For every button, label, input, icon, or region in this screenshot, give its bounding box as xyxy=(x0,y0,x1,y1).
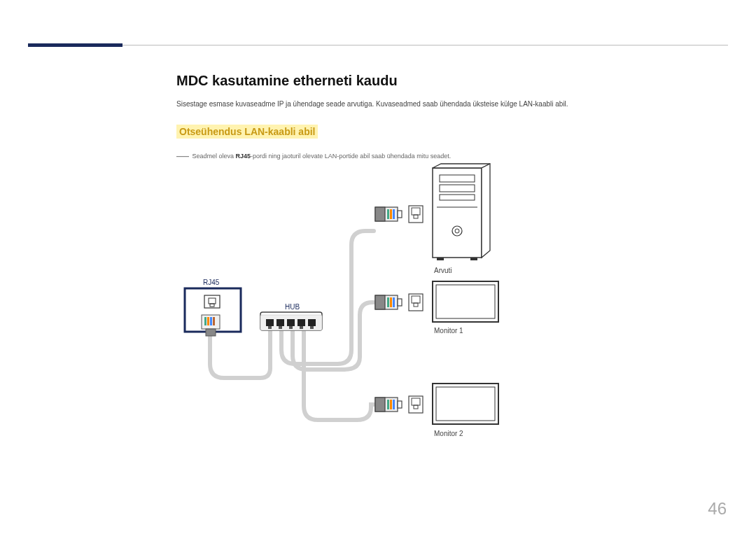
page-number: 46 xyxy=(708,499,727,519)
diagram-svg xyxy=(176,154,540,455)
label-rj45: RJ45 xyxy=(203,279,219,286)
label-monitor1: Monitor 1 xyxy=(434,327,463,335)
svg-rect-41 xyxy=(436,285,495,318)
svg-rect-5 xyxy=(204,317,206,325)
svg-rect-13 xyxy=(276,319,284,326)
label-monitor2: Monitor 2 xyxy=(434,430,463,437)
content-block: MDC kasutamine etherneti kaudu Sisestage… xyxy=(176,73,680,166)
hub-device xyxy=(260,312,322,330)
rj45-source-panel xyxy=(185,288,241,336)
svg-rect-38 xyxy=(437,258,444,260)
svg-rect-1 xyxy=(204,295,220,308)
svg-rect-19 xyxy=(289,326,293,329)
monitor-2 xyxy=(433,384,498,424)
svg-rect-32 xyxy=(440,175,475,182)
svg-rect-12 xyxy=(266,319,274,326)
svg-rect-43 xyxy=(436,387,495,421)
svg-rect-8 xyxy=(213,317,215,325)
svg-rect-14 xyxy=(287,319,295,326)
svg-rect-16 xyxy=(308,319,316,326)
computer-tower xyxy=(433,164,490,260)
intro-text: Sisestage esmase kuvaseadme IP ja ühenda… xyxy=(176,99,680,109)
page-title: MDC kasutamine etherneti kaudu xyxy=(176,73,680,89)
svg-rect-21 xyxy=(310,326,314,329)
monitor-1 xyxy=(433,281,498,322)
svg-rect-6 xyxy=(207,317,209,325)
svg-rect-17 xyxy=(268,326,272,329)
svg-rect-9 xyxy=(206,329,216,336)
svg-rect-15 xyxy=(298,319,305,326)
label-arvuti: Arvuti xyxy=(434,267,452,274)
svg-rect-20 xyxy=(300,326,303,329)
svg-rect-7 xyxy=(210,317,212,325)
label-hub: HUB xyxy=(285,303,300,311)
svg-rect-33 xyxy=(440,185,475,192)
header-accent-bar xyxy=(28,43,122,47)
svg-rect-34 xyxy=(440,195,475,200)
header-rule xyxy=(122,45,728,45)
section-subheading: Otseühendus LAN-kaabli abil xyxy=(176,125,318,139)
connection-diagram: RJ45 HUB Arvuti Monitor 1 Monitor 2 xyxy=(176,154,540,455)
svg-rect-39 xyxy=(470,258,477,260)
svg-rect-18 xyxy=(279,326,282,329)
